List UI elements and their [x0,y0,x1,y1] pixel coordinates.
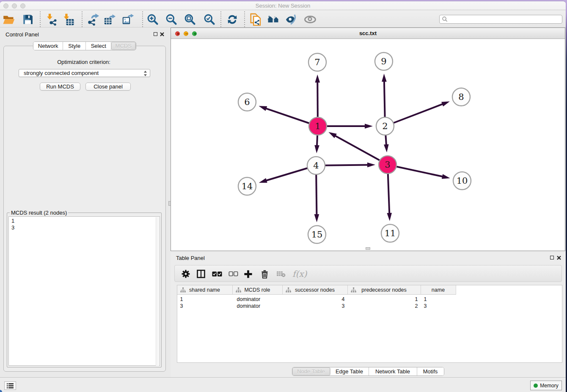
refresh-icon[interactable] [226,14,238,25]
network-frame-title: scc.txt [171,30,565,36]
toolbar-separator [142,11,143,27]
table-tabs: Node Table Edge Table Network Table Moti… [171,367,565,376]
select-all-icon[interactable] [212,268,222,279]
tab-select[interactable]: Select [86,42,112,50]
criterion-value: strongly connected component [24,70,99,76]
graph-edge-arrowhead [314,145,319,153]
column-header-shared-name[interactable]: shared name [177,285,233,294]
column-label: predecessor nodes [361,287,406,293]
column-type-icon [351,287,356,294]
result-scrollbar[interactable] [156,217,159,366]
graph-node-label: 6 [244,97,250,107]
tab-node-table[interactable]: Node Table [292,367,330,375]
graph-edge-arrowhead [328,132,336,138]
graph-node-label: 3 [385,160,390,170]
control-panel-float-button[interactable] [154,32,157,36]
add-column-icon[interactable] [244,268,253,279]
table-panel-close-button[interactable] [556,255,561,260]
column-visibility-icon[interactable] [197,268,205,279]
control-panel-close-button[interactable] [160,32,165,37]
mcds-result-groupbox: MCDS result (2 nodes) 1 3 [7,213,162,367]
column-label: successor nodes [295,287,335,293]
main-toolbar [0,10,566,28]
cell-successor-nodes: 4 [283,296,348,303]
run-mcds-button[interactable]: Run MCDS [40,83,80,91]
zoom-out-icon[interactable] [165,14,177,25]
toolbar-separator [220,11,221,27]
network-frame: scc.txt 7968124314101511 [171,28,565,251]
control-panel-title: Control Panel [6,31,39,38]
memory-button[interactable]: Memory [530,381,562,390]
toolbar-separator [244,11,245,27]
result-line: 3 [11,224,160,231]
graph-edge-arrowhead [384,144,389,152]
window-title: Session: New Session [0,3,566,9]
graph-edge-arrowhead [441,101,450,106]
first-neighbors-icon[interactable] [267,14,279,25]
deselect-all-icon[interactable] [228,268,238,279]
column-type-icon [236,287,241,294]
mcds-result-textarea[interactable]: 1 3 [8,216,160,366]
graph-edge-arrowhead [365,124,373,129]
hide-selected-icon[interactable] [286,14,297,25]
cell-predecessor-nodes: 1 [348,296,421,303]
cell-shared-name: 3 [177,303,233,309]
network-canvas[interactable]: 7968124314101511 [171,39,565,251]
table-row[interactable]: 1 dominator 4 1 1 [177,296,456,303]
graph-edge-arrowhead [367,163,375,168]
mcds-result-title: MCDS result (2 nodes) [10,210,68,216]
tab-edge-table[interactable]: Edge Table [330,367,369,375]
graph-node-label: 9 [381,56,386,66]
export-image-icon[interactable] [122,14,134,25]
delete-column-icon[interactable] [261,268,269,279]
tab-network[interactable]: Network [33,42,63,50]
column-label: MCDS role [244,287,270,293]
cell-predecessor-nodes: 2 [348,303,421,309]
tab-mcds[interactable]: MCDS [111,42,136,50]
tab-style[interactable]: Style [63,42,86,50]
function-builder-icon-disabled: f(x) [292,268,307,279]
cell-shared-name: 1 [177,296,233,303]
show-all-icon[interactable] [304,14,316,25]
export-table-icon[interactable] [104,14,116,25]
import-network-icon[interactable] [45,14,57,25]
close-panel-button[interactable]: Close panel [85,83,131,91]
table-header: shared name MCDS role successor nodes pr… [177,285,456,295]
tab-network-table[interactable]: Network Table [369,367,417,375]
horizontal-splitter-handle[interactable] [366,247,370,250]
search-input[interactable] [448,17,562,22]
table-panel: Table Panel [171,252,565,377]
new-network-from-selection-icon[interactable] [250,14,262,25]
table-panel-float-button[interactable] [550,256,554,259]
search-icon [442,16,448,22]
graph-node-label: 14 [242,181,253,191]
graph-node-label: 4 [313,160,319,171]
cytoscape-window: Session: New Session [0,1,566,392]
column-header-mcds-role[interactable]: MCDS role [233,285,283,294]
zoom-in-icon[interactable] [147,14,159,25]
table-toolbar: f(x) [174,265,562,282]
graph-node-label: 11 [385,228,396,238]
criterion-dropdown[interactable]: strongly connected component [19,69,150,77]
memory-status-dot [534,384,538,388]
gear-icon[interactable] [182,268,190,279]
table-row[interactable]: 3 dominator 3 2 3 [177,303,456,309]
save-session-icon[interactable] [22,14,34,25]
column-header-predecessor-nodes[interactable]: predecessor nodes [348,285,421,294]
column-type-icon [286,287,291,294]
control-panel: Control Panel Network Style Select MCDS … [0,28,168,377]
column-header-name[interactable]: name [421,285,456,294]
zoom-selected-icon[interactable] [204,14,215,25]
graph-node-label: 7 [314,57,320,67]
column-header-successor-nodes[interactable]: successor nodes [283,285,348,294]
zoom-fit-icon[interactable] [184,14,196,25]
export-network-icon[interactable] [88,14,99,25]
network-frame-titlebar[interactable]: scc.txt [171,28,565,39]
list-icon [7,383,14,389]
tab-motifs[interactable]: Motifs [417,367,444,375]
import-table-icon[interactable] [62,14,74,25]
open-session-icon[interactable] [3,14,15,25]
network-graph: 7968124314101511 [171,39,565,251]
search-field[interactable] [439,15,562,24]
show-panels-list-button[interactable] [4,381,16,390]
